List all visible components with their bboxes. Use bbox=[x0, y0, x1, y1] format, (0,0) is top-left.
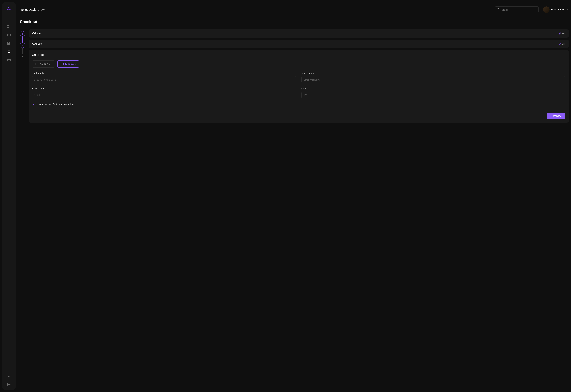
app-logo bbox=[6, 6, 12, 12]
profile-name: David Brown bbox=[551, 8, 565, 11]
expire-field[interactable] bbox=[32, 92, 296, 98]
svg-rect-3 bbox=[9, 27, 10, 28]
card-icon bbox=[61, 63, 64, 66]
topbar: Hello, David Brown! David Brown bbox=[20, 6, 569, 13]
chevron-down-icon bbox=[566, 8, 569, 11]
svg-rect-6 bbox=[8, 43, 9, 44]
svg-point-15 bbox=[497, 8, 499, 10]
address-title: Address bbox=[32, 42, 42, 45]
svg-point-13 bbox=[8, 376, 9, 377]
avatar bbox=[543, 6, 550, 13]
edit-vehicle-button[interactable]: Edit bbox=[559, 32, 566, 35]
transactions-icon[interactable] bbox=[7, 50, 11, 53]
greeting: Hello, David Brown! bbox=[20, 8, 47, 12]
page-title: Checkout bbox=[20, 19, 569, 24]
svg-point-5 bbox=[9, 35, 9, 35]
svg-point-10 bbox=[9, 50, 10, 51]
panels: Vehicle Edit Address Edit Checkout bbox=[29, 29, 569, 123]
content: 1 2 3 Vehicle Edit Address Edit bbox=[20, 29, 569, 123]
nav-icons bbox=[7, 25, 11, 374]
check-icon bbox=[33, 103, 35, 105]
svg-rect-8 bbox=[10, 42, 10, 44]
address-panel: Address Edit bbox=[29, 40, 569, 48]
save-card-row: Save this card for future transactions bbox=[32, 102, 566, 106]
svg-rect-1 bbox=[9, 25, 10, 26]
svg-rect-19 bbox=[61, 63, 63, 65]
main-content: Hello, David Brown! David Brown Checkout… bbox=[20, 2, 569, 390]
search-icon bbox=[496, 8, 499, 12]
step-1-indicator: 1 bbox=[20, 31, 25, 37]
tab-debit-card[interactable]: Debit Card bbox=[57, 60, 79, 68]
edit-address-button[interactable]: Edit bbox=[559, 43, 566, 45]
vehicle-panel: Vehicle Edit bbox=[29, 29, 569, 38]
step-3-indicator: 3 bbox=[20, 54, 25, 59]
edit-icon bbox=[559, 43, 561, 45]
card-icon[interactable] bbox=[7, 58, 11, 62]
svg-rect-0 bbox=[8, 25, 9, 26]
name-on-card-field[interactable] bbox=[301, 76, 566, 83]
edit-icon bbox=[559, 32, 561, 35]
vehicle-title: Vehicle bbox=[32, 32, 41, 35]
settings-icon[interactable] bbox=[7, 374, 11, 378]
save-card-checkbox[interactable] bbox=[32, 102, 36, 106]
profile-menu[interactable]: David Brown bbox=[543, 6, 569, 13]
bottom-nav bbox=[7, 374, 11, 386]
checkout-panel: Checkout Credit Card Debit Card Card Num… bbox=[29, 50, 569, 123]
card-number-label: Card Number bbox=[32, 72, 296, 74]
cvv-field[interactable] bbox=[301, 92, 566, 98]
card-icon bbox=[35, 63, 38, 66]
svg-line-16 bbox=[499, 10, 499, 11]
svg-rect-17 bbox=[36, 63, 38, 65]
sidebar bbox=[2, 2, 15, 390]
step-line bbox=[22, 48, 23, 54]
payment-form: Card Number Name on Card Expire Card CVV bbox=[32, 72, 566, 98]
wallet-icon[interactable] bbox=[7, 33, 11, 37]
cvv-label: CVV bbox=[301, 87, 566, 90]
svg-rect-11 bbox=[7, 59, 10, 61]
svg-rect-2 bbox=[8, 27, 9, 28]
step-2-indicator: 2 bbox=[20, 42, 25, 48]
expire-label: Expire Card bbox=[32, 87, 296, 90]
step-line bbox=[22, 37, 23, 42]
logout-icon[interactable] bbox=[7, 383, 11, 386]
search-input[interactable] bbox=[495, 6, 539, 13]
stepper: 1 2 3 bbox=[20, 29, 25, 123]
svg-rect-4 bbox=[7, 34, 10, 36]
card-number-field[interactable] bbox=[32, 76, 296, 83]
tab-credit-card[interactable]: Credit Card bbox=[32, 60, 55, 68]
pay-row: Pay Now bbox=[32, 113, 566, 119]
card-type-tabs: Credit Card Debit Card bbox=[32, 60, 566, 68]
dashboard-icon[interactable] bbox=[7, 25, 11, 28]
search-wrap bbox=[495, 6, 539, 13]
svg-rect-7 bbox=[9, 43, 9, 44]
checkout-heading: Checkout bbox=[32, 53, 566, 56]
pay-now-button[interactable]: Pay Now bbox=[547, 113, 566, 119]
name-on-card-label: Name on Card bbox=[301, 72, 566, 74]
save-card-label: Save this card for future transactions bbox=[38, 103, 75, 106]
chart-icon[interactable] bbox=[7, 42, 11, 45]
